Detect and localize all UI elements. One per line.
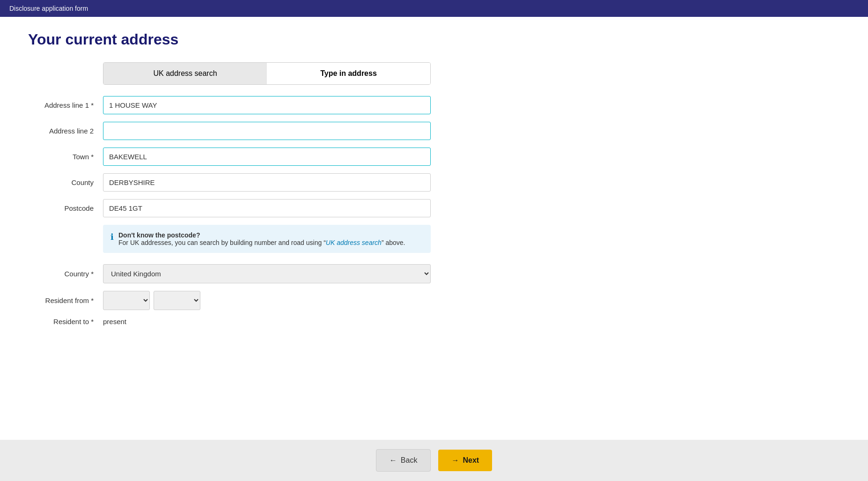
country-label: Country * bbox=[28, 270, 103, 278]
resident-from-row: Resident from * Jan Feb Mar Apr May Jun … bbox=[28, 291, 449, 310]
town-row: Town * bbox=[28, 148, 449, 166]
info-icon: ℹ bbox=[110, 232, 114, 242]
postcode-info-box: ℹ Don't know the postcode? For UK addres… bbox=[103, 225, 431, 253]
resident-from-month-select[interactable]: Jan Feb Mar Apr May Jun Jul Aug Sep Oct … bbox=[103, 291, 150, 310]
address-line-1-label: Address line 1 * bbox=[28, 101, 103, 109]
footer-bar: ← Back → Next bbox=[0, 440, 868, 481]
address-line-2-row: Address line 2 bbox=[28, 122, 449, 140]
postcode-label: Postcode bbox=[28, 204, 103, 212]
postcode-input[interactable] bbox=[103, 199, 431, 217]
county-label: County bbox=[28, 178, 103, 186]
app-header: Disclosure application form bbox=[0, 0, 868, 17]
info-text: Don't know the postcode? For UK addresse… bbox=[118, 231, 405, 246]
resident-to-row: Resident to * present bbox=[28, 318, 449, 326]
country-row: Country * United Kingdom Afghanistan Alb… bbox=[28, 264, 449, 283]
back-arrow-icon: ← bbox=[390, 456, 397, 465]
resident-from-year-select[interactable]: 2024 2023 2022 2021 2020 bbox=[154, 291, 200, 310]
resident-to-label: Resident to * bbox=[28, 318, 103, 326]
tab-uk-address-search[interactable]: UK address search bbox=[103, 63, 267, 84]
next-label: Next bbox=[463, 456, 479, 465]
resident-from-label: Resident from * bbox=[28, 296, 103, 304]
county-row: County bbox=[28, 173, 449, 192]
page-title: Your current address bbox=[28, 31, 840, 48]
address-line-1-input[interactable] bbox=[103, 96, 431, 114]
postcode-row: Postcode bbox=[28, 199, 449, 217]
uk-address-search-link[interactable]: UK address search bbox=[326, 239, 382, 246]
address-line-2-label: Address line 2 bbox=[28, 127, 103, 135]
resident-from-selects: Jan Feb Mar Apr May Jun Jul Aug Sep Oct … bbox=[103, 291, 200, 310]
next-arrow-icon: → bbox=[451, 456, 459, 465]
address-line-1-row: Address line 1 * bbox=[28, 96, 449, 114]
town-input[interactable] bbox=[103, 148, 431, 166]
back-label: Back bbox=[401, 456, 418, 465]
main-content: Your current address UK address search T… bbox=[0, 17, 868, 440]
tab-row: UK address search Type in address bbox=[103, 62, 431, 85]
next-button[interactable]: → Next bbox=[438, 450, 492, 471]
town-label: Town * bbox=[28, 153, 103, 161]
address-line-2-input[interactable] bbox=[103, 122, 431, 140]
address-form: Address line 1 * Address line 2 Town * C… bbox=[28, 96, 449, 326]
country-select[interactable]: United Kingdom Afghanistan Albania Other bbox=[103, 264, 431, 283]
back-button[interactable]: ← Back bbox=[376, 449, 431, 472]
resident-to-value: present bbox=[103, 318, 126, 326]
county-input[interactable] bbox=[103, 173, 431, 192]
tab-type-in-address[interactable]: Type in address bbox=[267, 63, 430, 84]
app-title: Disclosure application form bbox=[9, 5, 88, 12]
